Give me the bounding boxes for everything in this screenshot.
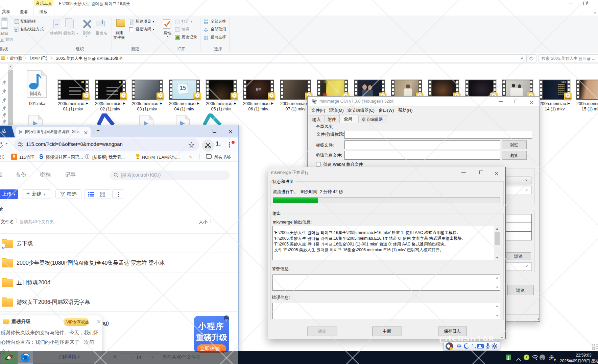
svg-text:M4A: M4A	[30, 91, 41, 97]
